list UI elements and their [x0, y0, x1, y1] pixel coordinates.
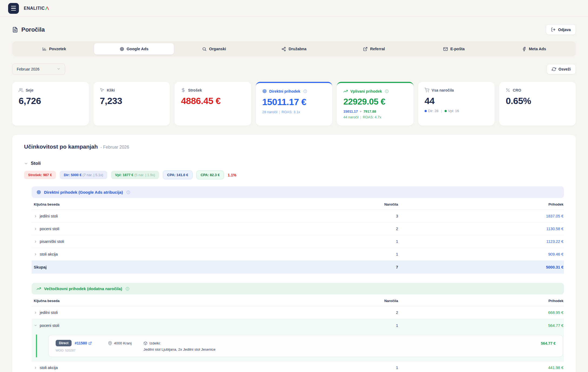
app-logo: ENALITIC — [24, 6, 49, 11]
products-label: Izdelki: — [149, 341, 161, 345]
order-detail-card: Direct #11580 WOO: 520287 — [48, 335, 563, 357]
detail-accent-bar — [36, 334, 37, 357]
controls-row: Februar 2026 Osveži — [12, 63, 576, 75]
period-value: Februar 2026 — [17, 67, 39, 71]
blue-dot — [425, 110, 427, 112]
chevron-right-icon — [34, 227, 37, 231]
info-icon[interactable] — [126, 287, 129, 291]
tab-label: Meta Ads — [529, 47, 546, 51]
keyword: stoli akcija — [40, 366, 58, 370]
menu-button[interactable] — [8, 3, 19, 14]
refresh-icon — [552, 67, 556, 71]
kpi-value: 15011.17 € — [262, 97, 326, 107]
topbar: ENALITIC — [0, 0, 588, 17]
kpi-sub-roas: ROAS: 3.1x — [281, 110, 300, 114]
kpi-sub-dir: Dir: 28 — [428, 109, 438, 113]
kpi-sub-direct: 15011.17 — [343, 109, 358, 113]
users-icon — [19, 88, 23, 92]
table-row[interactable]: jedilni stoli 2 668.95 € — [32, 306, 564, 319]
orders-count: 1 — [344, 239, 398, 244]
tab-label: Referral — [370, 47, 385, 51]
woo-reference: WOO: 520287 — [56, 349, 96, 352]
influenced-badge: Vpl: 1877 € (5 nar. | 1.9x) — [111, 171, 159, 179]
multitouch-table-header: Večtočkovni prihodek (dodatna naročila) — [32, 283, 564, 294]
direct-table-header: Direktni prihodek (Google Ads atribucija… — [32, 186, 564, 198]
info-icon[interactable] — [385, 89, 389, 93]
kpi-label: CRO — [513, 88, 521, 92]
cart-icon — [425, 88, 429, 92]
kpi-card-cost: Strošek 4886.45 € — [174, 82, 251, 126]
tab-label: Organski — [209, 47, 226, 51]
logout-label: Odjava — [558, 28, 571, 32]
chevron-right-icon — [34, 253, 37, 256]
table-row-expanded[interactable]: poceni stoli 1 564.77 € — [32, 319, 564, 332]
keyword: jedilni stoli — [40, 214, 58, 218]
period-select[interactable]: Februar 2026 — [12, 63, 65, 75]
kpi-value: 6,726 — [19, 96, 82, 106]
kpi-label: Vplivani prihodek — [350, 89, 382, 93]
table-row[interactable]: stoli akcija 1 909.46 € — [32, 248, 564, 261]
tab-label: Družabna — [288, 47, 306, 51]
logo-text: ENALITIC — [24, 6, 45, 11]
kpi-sub-vpl: Vpl: 16 — [448, 109, 459, 113]
cro-badge: 1.1% — [228, 173, 236, 177]
campaign-performance-card: Učinkovitost po kampanjah - Februar 2026… — [12, 135, 576, 372]
kpi-card-clicks: Kliki 7,233 — [93, 82, 170, 126]
orders-count: 1 — [344, 323, 398, 328]
tab-google-ads[interactable]: Google Ads — [94, 43, 174, 55]
facebook-icon — [522, 47, 526, 51]
tab-referral[interactable]: Referral — [334, 43, 414, 55]
page-title: Poročila — [12, 26, 45, 33]
tab-label: Google Ads — [127, 47, 149, 51]
refresh-button[interactable]: Osveži — [547, 64, 576, 74]
info-icon[interactable] — [303, 89, 307, 93]
keyword: jedilni stoli — [40, 310, 58, 315]
order-detail-zone: Direct #11580 WOO: 520287 — [32, 332, 564, 361]
external-link-icon — [363, 47, 368, 51]
package-icon — [143, 341, 147, 345]
tab-organski[interactable]: Organski — [174, 43, 254, 55]
table-row[interactable]: pisarniški stoli 1 1123.22 € — [32, 235, 564, 248]
kpi-cards: Seje 6,726 Kliki 7,233 Strošek 4886.45 € — [12, 82, 576, 126]
total-label: Skupaj — [34, 265, 344, 269]
kpi-value: 4886.45 € — [181, 96, 245, 106]
order-id-link[interactable]: #11580 — [75, 341, 92, 345]
kpi-label: Vsa naročila — [432, 88, 454, 92]
keyword: pisarniški stoli — [40, 239, 64, 244]
target-icon — [262, 89, 267, 93]
kpi-label: Seje — [26, 88, 33, 92]
trending-up-icon — [343, 89, 348, 93]
kpi-value: 44 — [425, 96, 488, 106]
multitouch-revenue-table: Večtočkovni prihodek (dodatna naročila) … — [32, 283, 564, 372]
revenue-value: 668.95 € — [398, 310, 563, 315]
kpi-card-influenced-revenue: Vplivani prihodek 22929.05 € 15011.17 + … — [337, 82, 414, 126]
campaign-group-stoli[interactable]: Stoli — [24, 161, 564, 166]
info-icon[interactable] — [126, 190, 130, 194]
cursor-icon — [100, 88, 105, 92]
table-row[interactable]: poceni stoli 2 1130.58 € — [32, 223, 564, 235]
orders-count: 3 — [344, 214, 398, 218]
tab-eposta[interactable]: E-pošta — [414, 43, 494, 55]
chevron-right-icon — [34, 311, 37, 314]
keyword: poceni stoli — [40, 323, 59, 328]
order-source-badge: Direct — [56, 340, 72, 346]
bar-chart-icon — [42, 47, 47, 51]
table-row[interactable]: jedilni stoli 3 1837.05 € — [32, 210, 564, 223]
logout-icon — [551, 27, 556, 32]
target-icon — [120, 47, 124, 51]
kpi-sub-roas: ROAS: 4.7x — [363, 115, 381, 119]
tab-meta-ads[interactable]: Meta Ads — [494, 43, 574, 55]
green-dot — [445, 110, 447, 112]
plus-sign: + — [359, 109, 362, 113]
revenue-value: 1837.05 € — [398, 214, 563, 218]
orders-count: 1 — [344, 366, 398, 370]
report-file-icon — [12, 27, 18, 33]
tab-povzetek[interactable]: Povzetek — [14, 43, 94, 55]
products-list: Jedilni stol Ljubljana, 2x Jedilni stol … — [143, 347, 215, 351]
logout-button[interactable]: Odjava — [546, 24, 576, 35]
table-row[interactable]: stoli akcija 1 441.98 € — [32, 361, 564, 372]
page-title-text: Poročila — [21, 26, 45, 33]
tab-druzabna[interactable]: Družabna — [254, 43, 334, 55]
revenue-value: 1130.58 € — [398, 227, 563, 231]
logo-a-mark-icon — [45, 6, 49, 11]
